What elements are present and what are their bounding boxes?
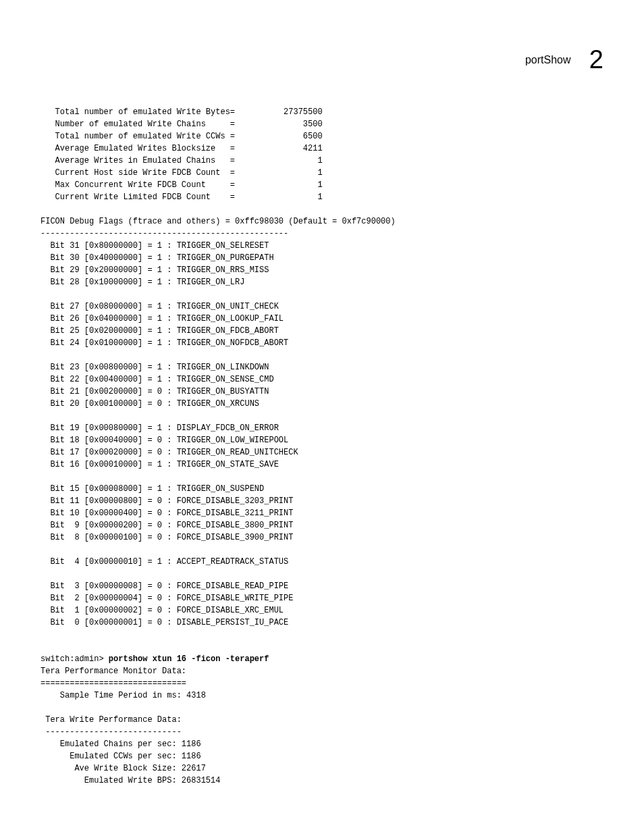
blank-line-1 — [41, 203, 603, 215]
page-header: portShow 2 — [41, 41, 603, 79]
ficon-header: FICON Debug Flags (ftrace and others) = … — [41, 215, 603, 228]
stats-block: Total number of emulated Write Bytes= 27… — [41, 106, 603, 203]
command-text: portshow xtun 16 -ficon -teraperf — [109, 654, 269, 664]
blank-line-2 — [41, 629, 603, 653]
tera-block: Tera Performance Monitor Data: =========… — [41, 665, 603, 787]
prompt: switch:admin> — [41, 654, 109, 664]
header-page-number: 2 — [589, 41, 603, 79]
ficon-divider: ----------------------------------------… — [41, 228, 603, 240]
header-title: portShow — [525, 52, 571, 68]
command-line: switch:admin> portshow xtun 16 -ficon -t… — [41, 653, 603, 665]
bit-flags-block: Bit 31 [0x80000000] = 1 : TRIGGER_ON_SEL… — [41, 240, 603, 629]
